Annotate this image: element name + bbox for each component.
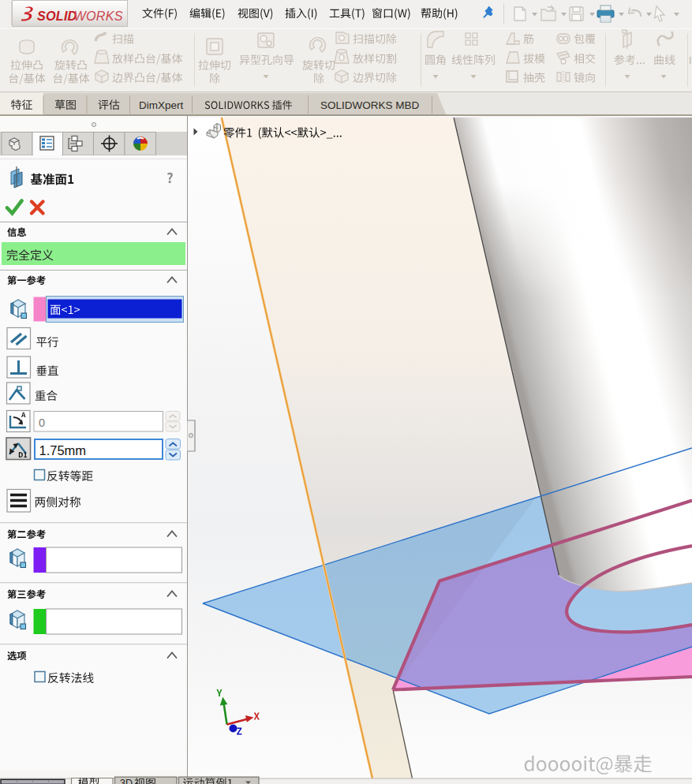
- svg-text:3D: 3D: [120, 778, 133, 784]
- svg-text:In: In: [689, 55, 692, 66]
- svg-text:1.75mm: 1.75mm: [39, 443, 87, 457]
- svg-text:0: 0: [39, 416, 45, 429]
- svg-text:SOLID: SOLID: [37, 9, 77, 23]
- svg-text:DimXpert: DimXpert: [139, 99, 184, 111]
- svg-text:WORKS: WORKS: [74, 9, 123, 23]
- svg-text:SOLIDWORKS MBD: SOLIDWORKS MBD: [320, 99, 420, 111]
